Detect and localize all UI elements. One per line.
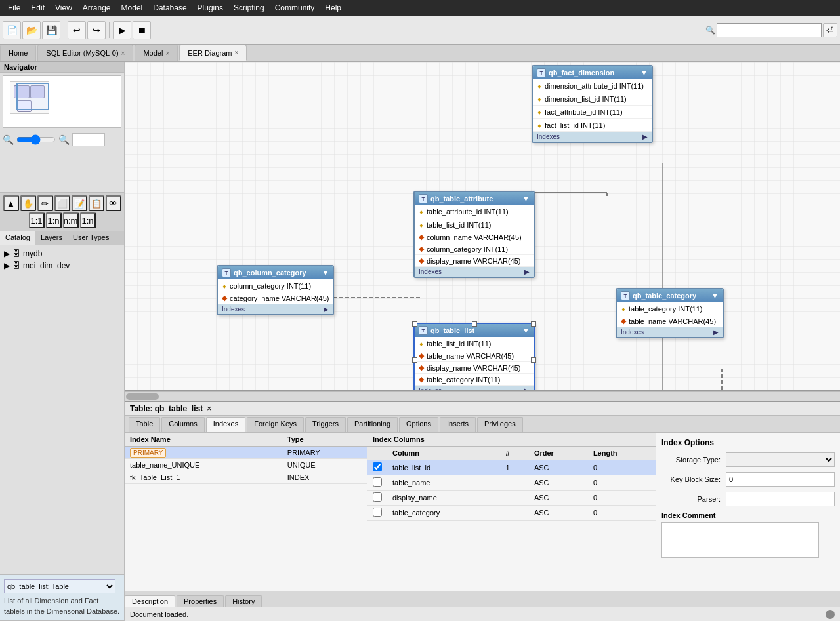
idx-col-row-2[interactable]: display_name ASC 0 — [368, 491, 656, 506]
col-table-list-id[interactable]: ⬧ table_list_id INT(11) — [415, 337, 534, 350]
search-input[interactable] — [717, 23, 822, 37]
horizontal-scrollbar[interactable] — [125, 391, 840, 401]
menu-community[interactable]: Community — [270, 2, 320, 14]
resize-handle-tl[interactable] — [412, 321, 417, 327]
stab-history[interactable]: History — [225, 595, 262, 607]
idx-col-row-0[interactable]: table_list_id 1 ASC 0 — [368, 460, 656, 475]
ttab-triggers[interactable]: Triggers — [305, 417, 346, 432]
table-menu-icon[interactable]: ▼ — [711, 292, 719, 300]
idx-col-row-3[interactable]: table_category ASC 0 — [368, 506, 656, 521]
table-tool[interactable]: 📋 — [89, 195, 104, 211]
eer-footer[interactable]: Indexes ▶ — [218, 304, 333, 314]
menu-file[interactable]: File — [3, 2, 26, 14]
stop-button[interactable]: ⏹ — [133, 21, 151, 39]
schema-tab-layers[interactable]: Layers — [35, 231, 68, 245]
col-column-category[interactable]: ◆ column_category INT(11) — [415, 243, 534, 255]
tab-eer-diagram[interactable]: EER Diagram × — [179, 45, 247, 61]
eer-table-qb-table-list[interactable]: T qb_table_list ▼ ⬧ table_list_id INT(11… — [413, 323, 535, 391]
col-table-name[interactable]: ◆ table_name VARCHAR(45) — [415, 350, 534, 362]
idx-col-check-3[interactable] — [373, 508, 382, 517]
eer-footer[interactable]: Indexes ▶ — [415, 267, 534, 277]
col-column-cat-id[interactable]: ⬧ column_category INT(11) — [218, 279, 333, 292]
col-table-category[interactable]: ◆ table_category INT(11) — [415, 374, 534, 386]
idx-col-check-1[interactable] — [373, 477, 382, 487]
ttab-indexes[interactable]: Indexes — [206, 417, 246, 432]
key-block-input[interactable] — [726, 472, 835, 487]
col-table-attr-id[interactable]: ⬧ table_attribute_id INT(11) — [415, 205, 534, 218]
col-display-name[interactable]: ◆ display_name VARCHAR(45) — [415, 362, 534, 374]
expand-icon[interactable]: ▶ — [324, 306, 329, 313]
hand-tool[interactable]: ✋ — [20, 195, 36, 211]
index-row-primary[interactable]: PRIMARY PRIMARY — [125, 447, 367, 459]
tab-eer-close[interactable]: × — [234, 49, 238, 56]
menu-view[interactable]: View — [50, 2, 77, 14]
tree-item-mydb[interactable]: ▶ 🗄 mydb — [3, 248, 121, 260]
table-menu-icon[interactable]: ▼ — [522, 195, 530, 203]
table-menu-icon[interactable]: ▼ — [522, 327, 530, 334]
menu-help[interactable]: Help — [320, 2, 346, 14]
col-table-name-cat[interactable]: ◆ table_name VARCHAR(45) — [617, 315, 723, 327]
index-comment-textarea[interactable] — [662, 522, 819, 558]
ttab-table[interactable]: Table — [129, 417, 160, 432]
expand-icon[interactable]: ▶ — [524, 387, 530, 391]
relation-1n[interactable]: 1:n — [46, 212, 62, 228]
search-submit[interactable]: ⏎ — [823, 23, 837, 37]
col-dimension-list-id[interactable]: ⬧ dimension_list_id INT(11) — [533, 92, 652, 106]
execute-button[interactable]: ▶ — [113, 21, 131, 39]
expand-icon[interactable]: ▶ — [524, 268, 530, 275]
eer-canvas[interactable]: T qb_fact_dimension ▼ ⬧ dimension_attrib… — [125, 62, 840, 391]
menu-plugins[interactable]: Plugins — [192, 2, 228, 14]
view-tool[interactable]: 👁 — [106, 195, 121, 211]
eer-footer[interactable]: Indexes ▶ — [617, 327, 723, 337]
tab-sql-editor[interactable]: SQL Editor (MySQL-0) × — [37, 45, 133, 61]
tree-item-mei[interactable]: ▶ 🗄 mei_dim_dev — [3, 260, 121, 271]
zoom-slider[interactable] — [16, 134, 56, 145]
menu-database[interactable]: Database — [148, 2, 192, 14]
redo-button[interactable]: ↪ — [87, 21, 106, 39]
relation-11[interactable]: 1:1 — [29, 212, 45, 228]
eer-table-qb-column-category[interactable]: T qb_column_category ▼ ⬧ column_category… — [217, 265, 334, 315]
menu-edit[interactable]: Edit — [26, 2, 50, 14]
index-row-fk[interactable]: fk_Table_List_1 INDEX — [125, 471, 367, 484]
eer-table-qb-fact-dimension[interactable]: T qb_fact_dimension ▼ ⬧ dimension_attrib… — [532, 65, 653, 143]
menu-scripting[interactable]: Scripting — [228, 2, 270, 14]
eer-footer[interactable]: Indexes ▶ — [415, 386, 534, 391]
eer-table-qb-table-category[interactable]: T qb_table_category ▼ ⬧ table_category I… — [616, 288, 724, 338]
schema-tab-user-types[interactable]: User Types — [68, 231, 114, 245]
tab-sql-editor-close[interactable]: × — [121, 50, 125, 57]
ttab-columns[interactable]: Columns — [161, 417, 204, 432]
zoom-in-icon[interactable]: 🔍 — [58, 134, 70, 145]
object-selector[interactable]: qb_table_list: Table — [4, 579, 116, 593]
note-tool[interactable]: 📝 — [72, 195, 87, 211]
col-table-cat-id[interactable]: ⬧ table_category INT(11) — [617, 302, 723, 315]
tab-model[interactable]: Model × — [135, 45, 178, 61]
col-table-list-id[interactable]: ⬧ table_list_id INT(11) — [415, 218, 534, 231]
col-column-name[interactable]: ◆ column_name VARCHAR(45) — [415, 231, 534, 243]
eraser-tool[interactable]: ✏ — [37, 195, 53, 211]
resize-handle-tm[interactable] — [472, 321, 477, 327]
idx-col-row-1[interactable]: table_name ASC 0 — [368, 475, 656, 491]
idx-col-check-2[interactable] — [373, 492, 382, 502]
zoom-out-icon[interactable]: 🔍 — [3, 134, 14, 145]
resize-handle-ml[interactable] — [412, 357, 417, 363]
relation-nm[interactable]: n:m — [63, 212, 79, 228]
table-menu-icon[interactable]: ▼ — [322, 269, 329, 277]
open-button[interactable]: 📂 — [22, 21, 41, 39]
resize-handle-tr[interactable] — [531, 321, 536, 327]
frame-tool[interactable]: ⬜ — [54, 195, 70, 211]
index-row-unique[interactable]: table_name_UNIQUE UNIQUE — [125, 459, 367, 471]
table-editor-close[interactable]: × — [207, 404, 211, 413]
parser-input[interactable] — [726, 492, 835, 506]
pointer-tool[interactable]: ▲ — [3, 195, 19, 211]
resize-handle-mr[interactable] — [531, 357, 536, 363]
zoom-value[interactable]: 100 — [72, 133, 105, 146]
tab-home[interactable]: Home — [0, 45, 36, 61]
idx-col-check-0[interactable] — [373, 462, 382, 471]
new-button[interactable]: 📄 — [3, 21, 21, 39]
col-category-name[interactable]: ◆ category_name VARCHAR(45) — [218, 292, 333, 304]
ttab-privileges[interactable]: Privileges — [477, 417, 523, 432]
storage-type-select[interactable] — [726, 452, 835, 467]
undo-button[interactable]: ↩ — [68, 21, 86, 39]
eer-table-qb-table-attribute[interactable]: T qb_table_attribute ▼ ⬧ table_attribute… — [413, 191, 535, 278]
ttab-inserts[interactable]: Inserts — [440, 417, 476, 432]
